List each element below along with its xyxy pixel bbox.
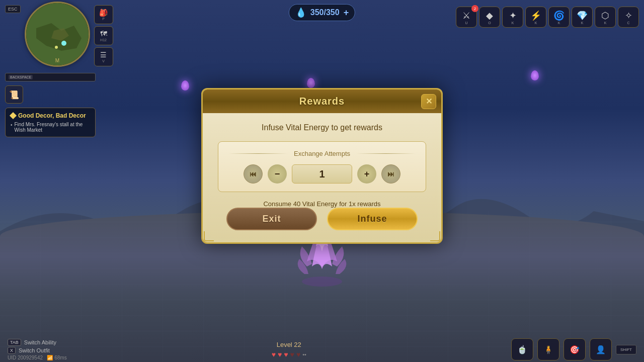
menu-icon: ☰ xyxy=(100,51,107,59)
backspace-label: BACKSPACE xyxy=(9,75,33,79)
tab-key-badge: TAB xyxy=(8,339,21,346)
switch-outfit-row: X Switch Outfit xyxy=(8,347,67,354)
skill-icon-6[interactable]: 💎 K xyxy=(572,7,593,28)
vital-energy-plus[interactable]: + xyxy=(344,8,349,18)
consume-text: Consume 40 Vital Energy for 1x rewards xyxy=(218,200,426,208)
purple-node-center xyxy=(307,78,315,88)
exchange-label: Exchange Attempts xyxy=(294,150,350,157)
vital-energy-icon: 💧 xyxy=(295,7,306,18)
exchange-line-left xyxy=(228,153,288,154)
skill-bar: ⚔ U 2 ◆ O ✦ K ⚡ K 🌀 K 💎 K ⬡ K ✧ xyxy=(456,4,639,28)
purple-node-right xyxy=(531,70,539,80)
counter-row: ⏮ − 1 + ⏭ xyxy=(228,164,416,184)
switch-ability-row: TAB Switch Ability xyxy=(8,339,67,346)
health-dots: •• xyxy=(302,351,306,357)
uid-label: UID 200929542 xyxy=(8,355,43,360)
scroll-icon: 📜 xyxy=(9,90,19,100)
exchange-label-row: Exchange Attempts xyxy=(228,150,416,157)
quest-diamond-icon xyxy=(10,112,17,119)
skill-icon-3[interactable]: ✦ K xyxy=(502,7,523,28)
corner-ornament-br xyxy=(430,231,440,241)
counter-plus-button[interactable]: + xyxy=(357,164,376,184)
level-text: Level 22 xyxy=(277,341,301,348)
ping-value: 68ms xyxy=(54,355,66,360)
backspace-button[interactable]: BACKSPACE xyxy=(5,73,96,81)
corner-ornament-bl xyxy=(204,231,214,241)
bottom-skill-btn-2[interactable]: 🧍 xyxy=(537,338,559,360)
skill-glyph-2: ◆ xyxy=(486,10,493,21)
bottom-center-hud: Level 22 ♥ ♥ ♥ ♥ ♥ •• xyxy=(272,341,306,358)
bottom-skill-btn-3[interactable]: 🎯 xyxy=(564,338,586,360)
skill-1-badge: 2 xyxy=(471,5,478,12)
purple-node-left xyxy=(181,80,189,90)
inventory-btn[interactable]: 🎒 P xyxy=(94,5,113,24)
x-key-badge: X xyxy=(8,347,16,354)
skill-glyph-8: ✧ xyxy=(625,10,632,21)
skill-glyph-6: 💎 xyxy=(577,10,588,21)
heart-1: ♥ xyxy=(272,350,276,358)
skill-glyph-4: ⚡ xyxy=(530,10,541,21)
map-icon: 🗺 xyxy=(100,30,107,38)
counter-value: 1 xyxy=(319,168,325,180)
heart-4-empty: ♥ xyxy=(290,350,294,358)
minimap: M xyxy=(25,2,90,67)
top-hud: ESC M 🎒 P xyxy=(0,0,644,35)
bottom-skill-btn-4[interactable]: 👤 xyxy=(590,338,612,360)
heart-3: ♥ xyxy=(284,350,288,358)
infuse-button[interactable]: Infuse xyxy=(327,208,418,230)
dialog-content: Infuse Vital Energy to get rewards Excha… xyxy=(203,113,441,242)
bottom-skill-btn-1[interactable]: 🍵 xyxy=(511,338,533,360)
quest-objective: • Find Mrs. Fresnay's stall at the Wish … xyxy=(11,122,90,133)
bottom-skill-icon-1: 🍵 xyxy=(517,345,527,354)
scroll-button[interactable]: 📜 xyxy=(5,85,23,104)
bottom-skill-icon-4: 👤 xyxy=(596,345,606,354)
bottom-left-hud: TAB Switch Ability X Switch Outfit UID 2… xyxy=(8,339,67,360)
svg-point-0 xyxy=(302,277,342,287)
exit-button[interactable]: Exit xyxy=(226,208,317,230)
shift-button[interactable]: SHIFT xyxy=(616,345,636,354)
dialog-subtitle: Infuse Vital Energy to get rewards xyxy=(218,123,426,132)
bottom-skill-icon-3: 🎯 xyxy=(570,345,580,354)
vital-energy-value: 350/350 xyxy=(310,8,340,17)
menu-btn[interactable]: ☰ V xyxy=(94,47,113,66)
top-left-icons: 🎒 P 🗺 H12 ☰ V xyxy=(94,5,113,66)
counter-skip-min-button[interactable]: ⏮ xyxy=(244,164,263,184)
bottom-skill-icon-2: 🧍 xyxy=(543,345,553,354)
top-left-area: ESC M 🎒 P xyxy=(5,4,113,67)
map-btn[interactable]: 🗺 H12 xyxy=(94,26,113,45)
dialog-close-button[interactable]: ✕ xyxy=(421,94,436,109)
counter-skip-max-button[interactable]: ⏭ xyxy=(381,164,400,184)
skill-glyph-3: ✦ xyxy=(509,10,517,21)
skill-icon-2[interactable]: ◆ O xyxy=(479,7,500,28)
skill-icon-4[interactable]: ⚡ K xyxy=(525,7,546,28)
vital-energy-bar: 💧 350/350 + xyxy=(289,4,355,21)
skill-icon-1[interactable]: ⚔ U 2 xyxy=(456,7,477,28)
rewards-dialog: Rewards ✕ Infuse Vital Energy to get rew… xyxy=(201,88,443,244)
counter-minus-button[interactable]: − xyxy=(268,164,287,184)
quest-title: Good Decor, Bad Decor xyxy=(11,112,90,119)
health-bar: ♥ ♥ ♥ ♥ ♥ •• xyxy=(272,350,306,358)
bottom-hud: TAB Switch Ability X Switch Outfit UID 2… xyxy=(0,337,644,362)
dialog-title-bar: Rewards ✕ xyxy=(203,89,441,113)
esc-button[interactable]: ESC xyxy=(5,5,21,13)
quest-panel: Good Decor, Bad Decor • Find Mrs. Fresna… xyxy=(5,108,96,137)
heart-5-empty: ♥ xyxy=(296,350,300,358)
exchange-panel: Exchange Attempts ⏮ − 1 xyxy=(218,141,426,192)
skill-icon-8[interactable]: ✧ C xyxy=(618,7,639,28)
counter-value-box: 1 xyxy=(292,164,352,184)
ping-icon: 📶 xyxy=(47,355,53,360)
svg-text:M: M xyxy=(55,58,59,63)
svg-point-2 xyxy=(61,41,66,46)
minimap-display: M xyxy=(25,2,90,67)
left-hud: BACKSPACE 📜 Good Decor, Bad Decor • Find… xyxy=(5,73,96,137)
uid-row: UID 200929542 📶 68ms xyxy=(8,355,67,360)
bottom-right-hud: 🍵 🧍 🎯 👤 SHIFT xyxy=(511,338,636,360)
skill-icon-5[interactable]: 🌀 K xyxy=(548,7,570,28)
switch-outfit-label: Switch Outfit xyxy=(19,347,50,353)
skill-glyph-5: 🌀 xyxy=(553,10,565,21)
dialog-buttons: Exit Infuse xyxy=(218,208,426,230)
heart-2: ♥ xyxy=(278,350,282,358)
inventory-icon: 🎒 xyxy=(99,9,108,17)
skill-icon-7[interactable]: ⬡ K xyxy=(595,7,616,28)
skill-glyph-1: ⚔ xyxy=(462,10,470,21)
